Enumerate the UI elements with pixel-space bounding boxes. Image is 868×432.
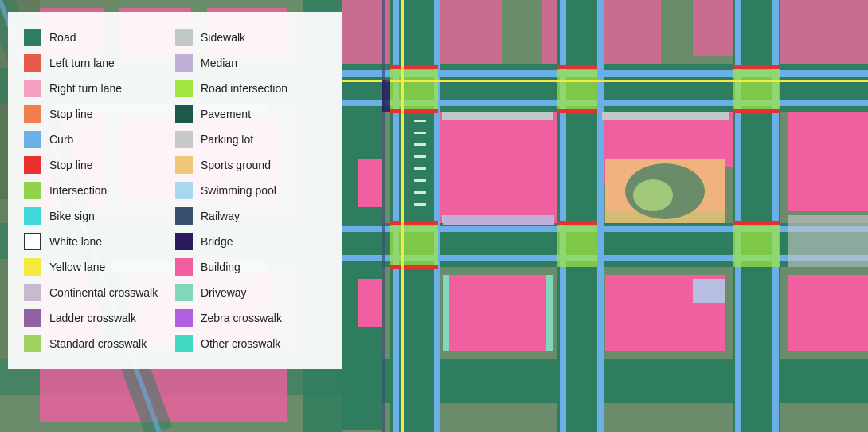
svg-rect-28 [390,68,438,112]
svg-rect-40 [390,221,438,225]
legend-item-right-turn-lane: Right turn lane [24,76,175,101]
legend-item-bridge: Bridge [175,229,326,254]
svg-rect-34 [390,65,438,69]
legend-swatch-railway [175,207,193,225]
svg-rect-69 [414,191,426,194]
legend-swatch-road [24,29,41,46]
legend-item-median: Median [175,50,326,76]
svg-rect-46 [788,116,868,211]
legend-swatch-stop-line-2 [24,156,41,174]
legend-label-bridge: Bridge [201,235,233,248]
svg-rect-66 [414,155,426,158]
legend-swatch-continental-crosswalk [24,284,41,301]
svg-rect-62 [358,279,382,327]
svg-rect-23 [772,0,779,432]
legend-item-road-intersection: Road intersection [175,76,326,101]
legend-swatch-other-crosswalk [175,335,193,352]
svg-rect-50 [442,112,553,120]
svg-rect-49 [788,275,868,351]
legend-label-white-lane: White lane [49,235,102,248]
legend-swatch-swimming-pool [175,182,193,199]
legend-swatch-bridge [175,233,193,250]
legend-swatch-yellow-lane [24,258,41,276]
legend-panel: RoadLeft turn laneRight turn laneStop li… [8,12,342,369]
legend-item-stop-line-1: Stop line [24,101,175,127]
legend-swatch-white-lane [24,233,41,250]
legend-label-building: Building [201,261,240,273]
legend-label-sidewalk: Sidewalk [201,31,245,44]
legend-item-road: Road [24,25,175,50]
legend-label-ladder-crosswalk: Ladder crosswalk [49,312,136,324]
legend-label-driveway: Driveway [201,286,247,299]
svg-rect-74 [693,279,725,303]
svg-rect-58 [443,215,554,225]
legend-item-continental-crosswalk: Continental crosswalk [24,280,175,305]
legend-item-parking-lot: Parking lot [175,127,326,152]
legend-swatch-sports-ground [175,156,193,174]
legend-item-sports-ground: Sports ground [175,152,326,178]
legend-column-2: SidewalkMedianRoad intersectionPavementP… [175,25,326,356]
legend-label-curb: Curb [49,133,73,146]
svg-rect-68 [414,179,426,182]
legend-item-standard-crosswalk: Standard crosswalk [24,331,175,356]
svg-rect-22 [735,0,741,432]
svg-rect-67 [414,167,426,170]
legend-label-right-turn-lane: Right turn lane [49,82,122,95]
svg-rect-42 [557,221,597,225]
svg-rect-35 [390,109,438,113]
legend-column-1: RoadLeft turn laneRight turn laneStop li… [24,25,175,356]
legend-swatch-road-intersection [175,80,193,97]
legend-label-railway: Railway [201,210,240,222]
legend-item-pavement: Pavement [175,101,326,127]
svg-point-55 [633,179,673,211]
legend-item-sidewalk: Sidewalk [175,25,326,50]
svg-rect-21 [597,0,604,432]
legend-item-swimming-pool: Swimming pool [175,178,326,203]
legend-item-stop-line-2: Stop line [24,152,175,178]
svg-rect-36 [557,65,597,69]
svg-rect-56 [401,0,404,432]
svg-rect-70 [414,203,426,206]
svg-rect-60 [546,275,553,351]
legend-label-road-intersection: Road intersection [201,82,287,95]
legend-swatch-bike-sign [24,207,41,225]
legend-swatch-driveway [175,284,193,301]
legend-label-pavement: Pavement [201,108,251,120]
legend-label-median: Median [201,57,237,69]
legend-item-other-crosswalk: Other crosswalk [175,331,326,356]
legend-label-continental-crosswalk: Continental crosswalk [49,286,158,299]
legend-grid: RoadLeft turn laneRight turn laneStop li… [24,25,326,356]
svg-rect-17 [342,359,868,403]
legend-swatch-left-turn-lane [24,54,41,72]
svg-rect-18 [393,0,399,432]
legend-item-zebra-crosswalk: Zebra crosswalk [175,305,326,331]
svg-rect-61 [358,159,382,207]
legend-label-parking-lot: Parking lot [201,133,253,146]
svg-rect-37 [557,109,597,113]
svg-rect-30 [733,68,780,112]
legend-item-building: Building [175,254,326,280]
svg-rect-19 [434,0,440,432]
svg-rect-38 [733,65,780,69]
legend-item-white-lane: White lane [24,229,175,254]
svg-rect-32 [557,223,597,267]
svg-rect-39 [733,109,780,113]
svg-rect-33 [733,223,780,267]
legend-swatch-right-turn-lane [24,80,41,97]
legend-label-sports-ground: Sports ground [201,159,271,171]
legend-label-intersection: Intersection [49,184,107,197]
legend-item-bike-sign: Bike sign [24,203,175,229]
legend-item-ladder-crosswalk: Ladder crosswalk [24,305,175,331]
svg-rect-59 [443,275,449,351]
legend-item-curb: Curb [24,127,175,152]
svg-rect-52 [602,112,729,120]
legend-label-swimming-pool: Swimming pool [201,184,276,197]
legend-label-stop-line-2: Stop line [49,159,92,171]
svg-rect-57 [342,80,868,82]
legend-swatch-zebra-crosswalk [175,309,193,327]
legend-label-left-turn-lane: Left turn lane [49,57,115,69]
svg-rect-64 [414,132,426,134]
svg-rect-72 [382,0,385,432]
svg-rect-29 [557,68,597,112]
legend-swatch-parking-lot [175,131,193,148]
